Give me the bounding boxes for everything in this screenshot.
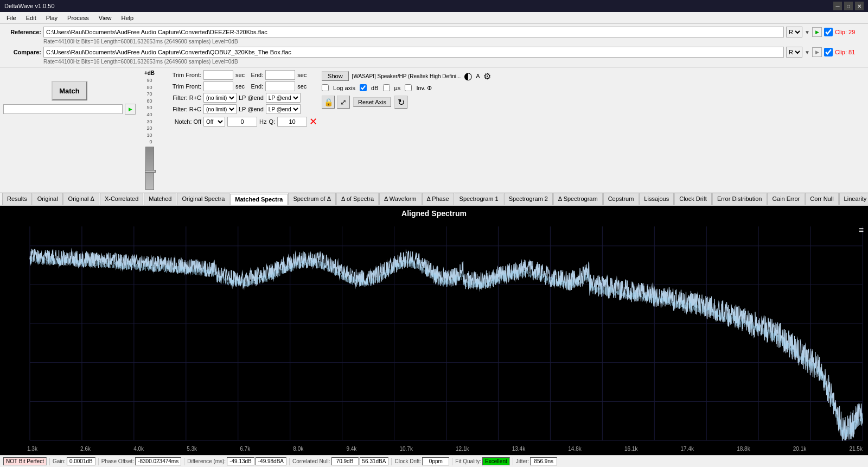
- halfmoon-button[interactable]: ◐: [464, 70, 473, 82]
- db-checkbox[interactable]: [360, 84, 367, 91]
- window-controls: ─ □ ✕: [833, 2, 864, 10]
- reference-checkbox[interactable]: [824, 28, 833, 36]
- notch-q-label: Q:: [269, 118, 275, 125]
- filter2-label: Filter: R+C: [163, 106, 201, 112]
- inv-phi-label: Inv. Φ: [416, 85, 432, 91]
- notch-select[interactable]: Off: [203, 117, 225, 127]
- tab-spectrogram2[interactable]: Spectrogram 2: [504, 193, 553, 205]
- notch-row: Notch: Off Off Hz Q: ✕: [163, 116, 317, 128]
- chart-title: Aligned Spectrum: [0, 206, 868, 221]
- tab-results[interactable]: Results: [2, 193, 32, 205]
- jitter-value: 856.9ns: [530, 457, 557, 465]
- filter2-type[interactable]: (no limit): [203, 104, 237, 114]
- reset-axis-button[interactable]: Reset Axis: [353, 97, 391, 107]
- compare-input[interactable]: [43, 47, 784, 58]
- compare-play-button[interactable]: ▶: [812, 47, 822, 57]
- db-scale: +dB 90 80 70 60 50 40 30 20 10 0: [140, 70, 159, 190]
- tab-clock-drift[interactable]: Clock Drift: [674, 193, 712, 205]
- menu-help[interactable]: Help: [117, 14, 138, 22]
- clock-item: Clock Drift: 0ppm: [394, 457, 449, 465]
- not-bit-perfect-value: NOT Bit Perfect: [3, 457, 47, 465]
- reference-input[interactable]: [43, 27, 784, 37]
- reference-play-button[interactable]: ▶: [812, 27, 822, 37]
- tab-delta-waveform[interactable]: Δ Waveform: [379, 193, 422, 205]
- trim-front2-row: Trim Front: sec End: sec: [163, 81, 317, 91]
- tabs-row: Results Original Original Δ X-Correlated…: [0, 193, 868, 206]
- compare-checkbox[interactable]: [824, 48, 833, 56]
- notch-hz-input[interactable]: [227, 117, 257, 127]
- minimize-button[interactable]: ─: [833, 2, 842, 10]
- notch-hz-label: Hz: [259, 118, 266, 125]
- menu-view[interactable]: View: [94, 14, 116, 22]
- match-status-input[interactable]: [3, 104, 123, 114]
- show-section: Show [WASAPI] Speaker/HP (Realtek High D…: [322, 70, 491, 109]
- tab-error-dist[interactable]: Error Distribution: [712, 193, 767, 205]
- tab-delta-phase[interactable]: Δ Phase: [422, 193, 454, 205]
- gain-item: Gain: 0.0001dB: [53, 457, 95, 465]
- tab-original-spectra[interactable]: Original Spectra: [177, 193, 229, 205]
- trim-end-input[interactable]: [265, 70, 295, 80]
- sliders-icon[interactable]: ≡: [859, 225, 864, 235]
- menu-process[interactable]: Process: [63, 14, 93, 22]
- tab-corr-null[interactable]: Corr Null: [805, 193, 838, 205]
- gain-label: Gain:: [53, 458, 66, 464]
- tab-gain-error[interactable]: Gain Error: [767, 193, 805, 205]
- tab-matched[interactable]: Matched: [144, 193, 176, 205]
- trim-front2-input[interactable]: [203, 81, 233, 91]
- close-button[interactable]: ✕: [855, 2, 864, 10]
- menu-edit[interactable]: Edit: [22, 14, 41, 22]
- app: DeltaWave v1.0.50 ─ □ ✕ File Edit Play P…: [0, 0, 868, 467]
- tab-original[interactable]: Original: [33, 193, 63, 205]
- reference-clip: Clip: 29: [835, 29, 865, 35]
- diff-label: Difference (ms):: [187, 458, 226, 464]
- filter1-lp[interactable]: LP @end: [266, 93, 301, 103]
- menu-file[interactable]: File: [2, 14, 21, 22]
- filter1-type[interactable]: (no limit): [203, 93, 237, 103]
- compare-channel[interactable]: RLL+R: [786, 47, 802, 58]
- app-title: DeltaWave v1.0.50: [4, 3, 55, 9]
- trim-front-unit: sec: [235, 72, 245, 78]
- match-play-button[interactable]: ▶: [125, 104, 136, 115]
- tab-lissajous[interactable]: Lissajous: [639, 193, 674, 205]
- show-button[interactable]: Show: [322, 71, 349, 81]
- reference-channel[interactable]: RLL+R: [786, 27, 802, 37]
- jitter-label: Jitter:: [516, 458, 529, 464]
- tab-original-delta[interactable]: Original Δ: [63, 193, 99, 205]
- tab-spectrum-of-delta[interactable]: Spectrum of Δ: [288, 193, 336, 205]
- tab-delta-spectrogram[interactable]: Δ Spectrogram: [553, 193, 603, 205]
- tab-delta-of-spectra[interactable]: Δ of Spectra: [336, 193, 379, 205]
- tab-spectrogram1[interactable]: Spectrogram 1: [455, 193, 503, 205]
- mu-checkbox[interactable]: [383, 84, 390, 91]
- fit-value: Excellent: [482, 457, 510, 465]
- notch-clear-button[interactable]: ✕: [309, 116, 317, 128]
- trim-front-label: Trim Front:: [163, 72, 201, 78]
- refresh-button[interactable]: ↻: [394, 96, 407, 109]
- trim-end-unit: sec: [297, 72, 307, 78]
- reference-row: Reference: RLL+R ▼ ▶ Clip: 29: [3, 26, 865, 38]
- restore-button[interactable]: □: [844, 2, 853, 10]
- tab-xcorrelated[interactable]: X-Correlated: [100, 193, 143, 205]
- spectrum-canvas: [0, 221, 868, 454]
- reference-label: Reference:: [3, 29, 41, 35]
- trim-front-input[interactable]: [203, 70, 233, 80]
- filter2-row: Filter: R+C (no limit) LP @end LP @end: [163, 104, 317, 114]
- main-content: Aligned Spectrum -40dB -60dB -80dB -100d…: [0, 206, 868, 467]
- phase-item: Phase Offset: -8300.023474ms: [101, 457, 181, 465]
- reference-subtext: Rate=44100Hz Bits=16 Length=60081.632653…: [43, 38, 865, 46]
- not-bit-perfect-item: NOT Bit Perfect: [3, 457, 47, 465]
- match-button[interactable]: Match: [52, 81, 87, 100]
- corr-null-value: 70.9dB: [331, 457, 359, 465]
- controls-section: Match ▶ +dB 90 80 70 60 50 40 30: [0, 68, 868, 193]
- filter2-lp[interactable]: LP @end: [266, 104, 301, 114]
- tab-cepstrum[interactable]: Cepstrum: [603, 193, 639, 205]
- expand-button[interactable]: ⤢: [337, 96, 350, 109]
- notch-q-input[interactable]: [277, 117, 307, 127]
- inv-phi-checkbox[interactable]: [405, 84, 412, 91]
- tab-matched-spectra[interactable]: Matched Spectra: [230, 194, 288, 206]
- log-axis-checkbox[interactable]: [322, 84, 329, 91]
- menu-play[interactable]: Play: [42, 14, 62, 22]
- trim-end2-input[interactable]: [265, 81, 295, 91]
- tab-linearity[interactable]: Linearity: [839, 193, 868, 205]
- gear-button[interactable]: ⚙: [483, 71, 491, 81]
- lock-button[interactable]: 🔒: [322, 96, 335, 109]
